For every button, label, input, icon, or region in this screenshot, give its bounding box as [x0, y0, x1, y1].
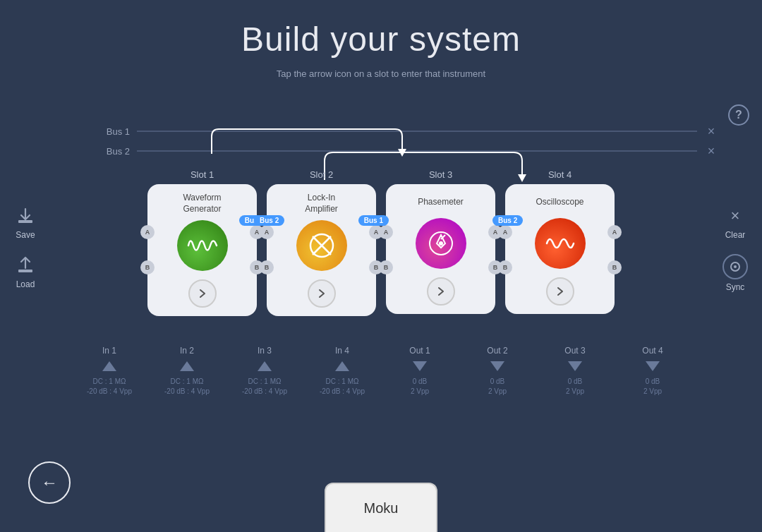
- io-out2-spec: 0 dB2 Vpp: [488, 377, 507, 397]
- slot1-port-b-left: B: [140, 260, 155, 274]
- io-out1-col: Out 1 0 dB2 Vpp: [392, 346, 448, 397]
- load-label: Load: [16, 279, 35, 289]
- svg-rect-2: [18, 220, 32, 223]
- io-out4-label: Out 4: [642, 346, 663, 356]
- io-out3-label: Out 3: [564, 346, 585, 356]
- slot1-enter-button[interactable]: [188, 279, 217, 308]
- slot4-port-a-left: A: [498, 225, 512, 239]
- slot4-port-b-left: B: [498, 260, 512, 274]
- sync-label: Sync: [726, 282, 745, 292]
- save-button[interactable]: Save: [14, 205, 37, 240]
- right-controls: × Clear Sync: [722, 205, 748, 292]
- io-out2-label: Out 2: [487, 346, 507, 356]
- slot2-instrument-name: Lock-InAmplifier: [305, 193, 338, 214]
- bus1-line: [137, 131, 697, 132]
- io-out3-col: Out 3 0 dB2 Vpp: [547, 346, 603, 397]
- slot4-instrument-name: Oscilloscope: [536, 193, 583, 212]
- help-button[interactable]: ?: [728, 104, 749, 126]
- slot2-enter-button[interactable]: [308, 279, 336, 308]
- io-out1-spec: 0 dB2 Vpp: [411, 377, 429, 397]
- slot2-port-a-left: A: [260, 225, 274, 239]
- slot3-enter-button[interactable]: [427, 277, 455, 306]
- slot4-port-b-right: B: [607, 260, 622, 274]
- instruction-text: Tap the arrow icon on a slot to enter th…: [0, 68, 762, 79]
- io-in3-label: In 3: [258, 346, 272, 356]
- slot3-port-b-left: B: [379, 260, 393, 274]
- svg-rect-3: [18, 270, 32, 272]
- bus2-row: Bus 2 ×: [99, 143, 720, 159]
- io-in3-spec: DC : 1 MΩ-20 dB : 4 Vpp: [242, 377, 287, 397]
- slots-container: Slot 1 A A B B Bus 1 WaveformGenerator S…: [71, 169, 691, 316]
- clear-icon: ×: [724, 205, 746, 227]
- sync-button[interactable]: Sync: [722, 254, 748, 292]
- slot1-header: Slot 1: [190, 169, 214, 180]
- io-in3-arrow[interactable]: [258, 361, 272, 371]
- page-title: Build your system: [0, 0, 762, 59]
- io-in4-col: In 4 DC : 1 MΩ-20 dB : 4 Vpp: [314, 346, 370, 397]
- io-in1-col: In 1 DC : 1 MΩ-20 dB : 4 Vpp: [81, 346, 138, 397]
- io-out4-arrow[interactable]: [646, 361, 660, 371]
- save-label: Save: [16, 230, 35, 240]
- io-out4-col: Out 4 0 dB2 Vpp: [624, 346, 681, 397]
- slot2-instrument-icon: [296, 220, 347, 271]
- slot1-card: A A B B Bus 1 WaveformGenerator: [147, 184, 257, 316]
- back-button[interactable]: ←: [28, 461, 71, 504]
- io-out3-spec: 0 dB2 Vpp: [566, 377, 584, 397]
- slot1-port-a-left: A: [140, 225, 155, 239]
- slot4-instrument-icon: [535, 218, 586, 269]
- slot2-card: A A B B Bus 2 Bus 1 Lock-InAmplifier: [267, 184, 376, 316]
- io-in1-arrow[interactable]: [102, 361, 116, 371]
- slot3-wrapper: Slot 3 A A B B Phasemeter: [386, 169, 495, 316]
- io-in2-label: In 2: [180, 346, 194, 356]
- slot4-enter-button[interactable]: [546, 277, 574, 306]
- io-in2-arrow[interactable]: [180, 361, 194, 371]
- io-out2-col: Out 2 0 dB2 Vpp: [469, 346, 526, 397]
- slot3-instrument-name: Phasemeter: [418, 193, 464, 212]
- slot2-header: Slot 2: [310, 169, 333, 180]
- moku-device: Moku: [325, 483, 437, 532]
- io-out1-label: Out 1: [409, 346, 430, 356]
- bus2-close-button[interactable]: ×: [703, 143, 720, 159]
- bus2-line: [137, 150, 697, 152]
- io-in3-col: In 3 DC : 1 MΩ-20 dB : 4 Vpp: [236, 346, 293, 397]
- moku-label: Moku: [364, 500, 399, 516]
- slot3-instrument-icon: [416, 218, 466, 269]
- clear-label: Clear: [725, 230, 746, 240]
- slot1-instrument-icon: [177, 220, 228, 271]
- bus1-row: Bus 1 ×: [99, 123, 720, 139]
- slot3-card: A A B B Phasemeter: [386, 184, 495, 314]
- svg-point-5: [734, 265, 737, 268]
- slot2-bus2-badge: Bus 2: [254, 215, 284, 226]
- io-out1-arrow[interactable]: [413, 361, 427, 371]
- io-out4-spec: 0 dB2 Vpp: [643, 377, 662, 397]
- clear-button[interactable]: × Clear: [724, 205, 746, 240]
- io-labels-area: In 1 DC : 1 MΩ-20 dB : 4 Vpp In 2 DC : 1…: [71, 346, 691, 397]
- io-in1-spec: DC : 1 MΩ-20 dB : 4 Vpp: [87, 377, 132, 397]
- io-in2-spec: DC : 1 MΩ-20 dB : 4 Vpp: [164, 377, 210, 397]
- sync-icon: [722, 254, 748, 279]
- slot2-port-b-left: B: [260, 260, 274, 274]
- bus1-close-button[interactable]: ×: [703, 123, 720, 140]
- io-in4-arrow[interactable]: [335, 361, 349, 371]
- slot3-port-a-left: A: [379, 225, 393, 239]
- slot4-bus2-badge: Bus 2: [492, 215, 523, 226]
- io-out3-arrow[interactable]: [568, 361, 582, 371]
- bus2-label: Bus 2: [99, 146, 130, 157]
- load-icon: [14, 254, 37, 277]
- io-in4-spec: DC : 1 MΩ-20 dB : 4 Vpp: [320, 377, 365, 397]
- slot2-wrapper: Slot 2 A A B B Bus 2 Bus 1 Lock-InAmplif…: [267, 169, 376, 316]
- slot4-header: Slot 4: [548, 169, 572, 180]
- svg-point-10: [439, 241, 443, 246]
- slot1-instrument-name: WaveformGenerator: [183, 193, 221, 214]
- io-in4-label: In 4: [335, 346, 349, 356]
- io-out2-arrow[interactable]: [490, 361, 504, 371]
- slot4-card: A A B B Bus 2 Oscilloscope: [505, 184, 615, 314]
- back-arrow-icon: ←: [41, 473, 58, 492]
- save-icon: [14, 205, 37, 227]
- io-in1-label: In 1: [102, 346, 116, 356]
- slot4-wrapper: Slot 4 A A B B Bus 2 Oscilloscope: [505, 169, 615, 316]
- load-button[interactable]: Load: [14, 254, 37, 289]
- left-controls: Save Load: [14, 205, 37, 289]
- slot3-header: Slot 3: [429, 169, 452, 180]
- buses-area: Bus 1 × Bus 2 ×: [99, 123, 720, 163]
